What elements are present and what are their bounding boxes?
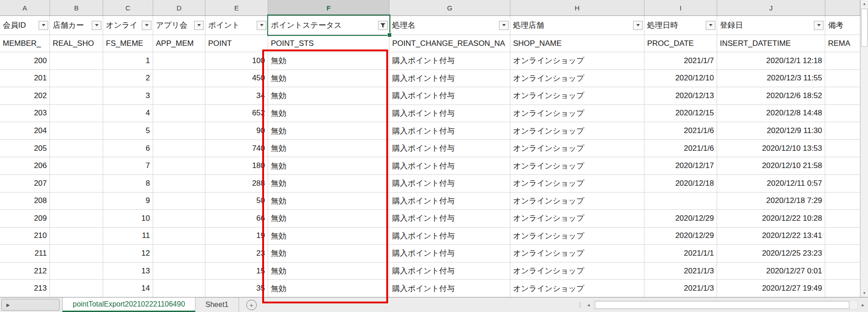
cell[interactable]: 購入ポイント付与 <box>389 87 510 105</box>
cell[interactable]: 無効 <box>268 245 389 262</box>
horizontal-scrollbar-thumb[interactable] <box>595 301 849 309</box>
cell[interactable]: 450 <box>205 70 268 88</box>
cell[interactable]: 購入ポイント付与 <box>389 280 510 297</box>
cell[interactable] <box>50 157 103 175</box>
cell[interactable]: 2020/12/29 <box>644 228 717 245</box>
cell[interactable]: 無効 <box>268 105 389 123</box>
cell[interactable]: 34 <box>205 87 268 105</box>
cell[interactable]: オンラインショップ <box>510 105 644 123</box>
filter-header-cell[interactable]: 備考 <box>825 16 860 35</box>
cell[interactable]: 7 <box>103 157 153 175</box>
filter-dropdown-button[interactable] <box>194 21 204 30</box>
cell[interactable]: オンラインショップ <box>510 122 644 140</box>
cell[interactable]: 無効 <box>268 157 389 175</box>
cell[interactable]: 無効 <box>268 87 389 105</box>
cell[interactable]: 35 <box>205 280 268 297</box>
cell[interactable]: 2021/1/7 <box>644 52 717 70</box>
cell[interactable]: 購入ポイント付与 <box>389 105 510 123</box>
filter-header-cell[interactable]: ポイントステータス <box>268 16 389 35</box>
cell[interactable]: 購入ポイント付与 <box>389 245 510 262</box>
cell[interactable]: 2020/12/10 21:58 <box>717 157 825 175</box>
cell[interactable] <box>50 193 103 210</box>
cell[interactable]: 2021/1/1 <box>644 245 717 262</box>
filter-header-cell[interactable]: 処理名 <box>389 16 510 35</box>
cell[interactable]: 6 <box>103 140 153 158</box>
cell[interactable]: 2020/12/11 0:57 <box>717 175 825 193</box>
filter-dropdown-button[interactable] <box>92 21 101 30</box>
cell[interactable] <box>50 210 103 228</box>
cell[interactable]: オンラインショップ <box>510 262 644 280</box>
cell[interactable]: 8 <box>103 175 153 193</box>
cell[interactable]: オンラインショップ <box>510 245 644 262</box>
cell[interactable] <box>50 245 103 262</box>
cell[interactable] <box>50 228 103 245</box>
cell[interactable] <box>153 52 205 70</box>
horizontal-scrollbar-track[interactable] <box>594 300 858 310</box>
filter-header-cell[interactable]: 処理店舗 <box>510 16 644 35</box>
cell[interactable]: 66 <box>205 210 268 228</box>
field-name-cell[interactable]: MEMBER_ <box>0 35 50 52</box>
cell[interactable]: オンラインショップ <box>510 280 644 297</box>
column-letter-F[interactable]: F <box>268 0 389 15</box>
cell[interactable]: 10 <box>103 210 153 228</box>
cell[interactable]: 無効 <box>268 262 389 280</box>
cell[interactable] <box>50 52 103 70</box>
cell[interactable]: 2021/1/3 <box>644 262 717 280</box>
cell[interactable]: 203 <box>0 105 50 123</box>
cell[interactable]: 無効 <box>268 280 389 297</box>
cell[interactable] <box>825 140 860 158</box>
cell[interactable]: 740 <box>205 140 268 158</box>
field-name-cell[interactable]: POINT_STS <box>268 35 389 52</box>
cell[interactable]: 無効 <box>268 122 389 140</box>
cell[interactable]: 無効 <box>268 228 389 245</box>
filter-dropdown-button[interactable] <box>142 21 151 30</box>
cell[interactable]: 2020/12/9 11:30 <box>717 122 825 140</box>
cell[interactable]: 201 <box>0 70 50 88</box>
cell[interactable] <box>153 105 205 123</box>
field-name-cell[interactable]: REMA <box>825 35 860 52</box>
vertical-scrollbar-thumb[interactable] <box>861 9 868 47</box>
cell[interactable]: 2020/12/18 7:29 <box>717 193 825 210</box>
new-sheet-button[interactable]: + <box>246 297 257 312</box>
sheet-tab-sheet1[interactable]: Sheet1 <box>195 297 239 312</box>
cell[interactable]: 202 <box>0 87 50 105</box>
column-letter-E[interactable]: E <box>205 0 268 15</box>
cell[interactable] <box>153 210 205 228</box>
cell[interactable]: 50 <box>205 193 268 210</box>
cell[interactable]: 213 <box>0 280 50 297</box>
scroll-up-button[interactable]: ▲ <box>861 0 868 8</box>
cell[interactable]: 2020/12/27 19:49 <box>717 280 825 297</box>
cell[interactable] <box>153 157 205 175</box>
cell[interactable]: 14 <box>103 280 153 297</box>
field-name-cell[interactable]: POINT <box>205 35 268 52</box>
cell[interactable]: 2020/12/3 11:55 <box>717 70 825 88</box>
cell[interactable]: 207 <box>0 175 50 193</box>
filter-dropdown-button[interactable] <box>633 21 643 30</box>
field-name-cell[interactable]: SHOP_NAME <box>510 35 644 52</box>
cell[interactable]: 購入ポイント付与 <box>389 52 510 70</box>
cell[interactable] <box>153 245 205 262</box>
cell[interactable]: 無効 <box>268 52 389 70</box>
column-letter-H[interactable]: H <box>510 0 644 15</box>
scroll-down-button[interactable]: ▼ <box>861 289 868 297</box>
cell[interactable]: 2020/12/1 12:18 <box>717 52 825 70</box>
cell[interactable]: オンラインショップ <box>510 193 644 210</box>
cell[interactable]: 100 <box>205 52 268 70</box>
cell[interactable]: 2020/12/22 13:41 <box>717 228 825 245</box>
cell[interactable] <box>50 122 103 140</box>
scroll-left-button[interactable]: ◄ <box>584 300 594 310</box>
column-letter-D[interactable]: D <box>153 0 205 15</box>
cell[interactable] <box>644 193 717 210</box>
field-name-cell[interactable]: POINT_CHANGE_REASON_NA <box>389 35 510 52</box>
cell[interactable]: 3 <box>103 87 153 105</box>
cell[interactable]: 無効 <box>268 140 389 158</box>
column-letter-B[interactable]: B <box>50 0 103 15</box>
cell[interactable]: 206 <box>0 157 50 175</box>
filter-dropdown-button[interactable] <box>706 21 715 30</box>
cell[interactable]: 購入ポイント付与 <box>389 175 510 193</box>
cell[interactable]: オンラインショップ <box>510 157 644 175</box>
cell[interactable]: 15 <box>205 262 268 280</box>
cell[interactable] <box>825 280 860 297</box>
filter-dropdown-button[interactable] <box>39 21 48 30</box>
column-letter-C[interactable]: C <box>103 0 153 15</box>
